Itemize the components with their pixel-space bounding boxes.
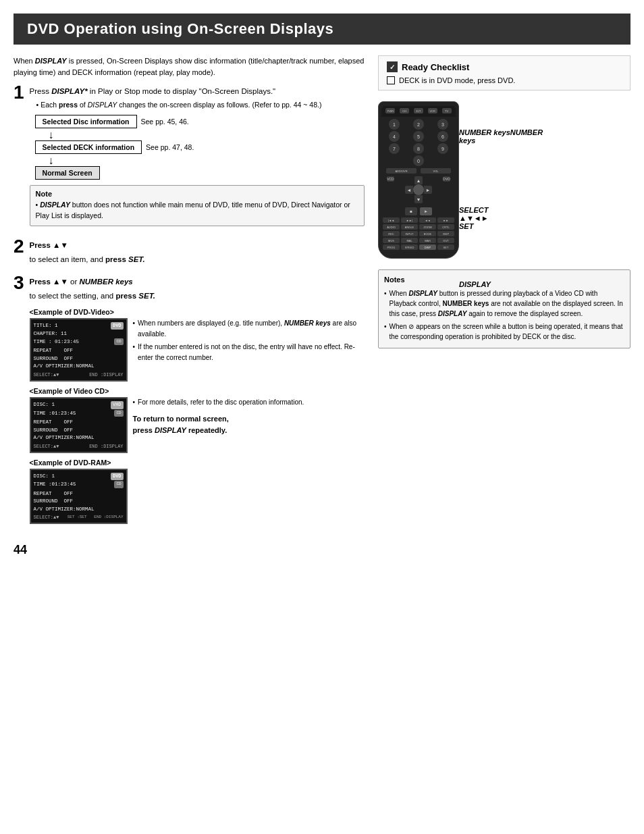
remote-wrapper: PWR CH EJT VCR TV 1 2 3 4 5 bbox=[378, 101, 540, 259]
note-more-details: • For more details, refer to the disc op… bbox=[133, 397, 304, 408]
dvd-badge: DVD bbox=[111, 322, 124, 330]
step-number-2: 2 bbox=[14, 237, 24, 256]
num-9[interactable]: 9 bbox=[437, 143, 448, 154]
num-5[interactable]: 5 bbox=[413, 131, 424, 142]
power-button[interactable]: PWR bbox=[385, 108, 395, 113]
screen-title-row: TITLE: 1 bbox=[34, 322, 58, 330]
step-2: 2 Press ▲▼ to select an item, and press … bbox=[14, 240, 365, 269]
rew[interactable]: ◄◄ bbox=[419, 217, 436, 223]
vcr-tv-button[interactable]: VCR bbox=[428, 108, 437, 113]
skip-fwd[interactable]: ►►| bbox=[401, 217, 418, 223]
num-8[interactable]: 8 bbox=[413, 143, 424, 154]
nav-left[interactable]: ◄ bbox=[405, 186, 413, 194]
page-number: 44 bbox=[14, 543, 365, 557]
num-0[interactable]: 0 bbox=[413, 155, 424, 166]
screen-time-row: TIME : 01:23:45 CD bbox=[34, 338, 124, 346]
remote-top-row: PWR CH EJT VCR TV bbox=[383, 108, 454, 113]
flow-row-2: Selected DECK information See pp. 47, 48… bbox=[35, 140, 365, 154]
num-2[interactable]: 2 bbox=[413, 119, 424, 130]
skip-back[interactable]: |◄◄ bbox=[383, 217, 400, 223]
example-dvd-video-label: <Example of DVD-Video> bbox=[30, 308, 365, 316]
play-button[interactable]: ► bbox=[420, 207, 432, 215]
eject-button[interactable]: EJT bbox=[414, 108, 423, 113]
select-label: SELECT▲▼◄►SET bbox=[459, 206, 489, 230]
out-btn[interactable]: OUT bbox=[437, 238, 454, 243]
num-4[interactable]: 4 bbox=[389, 131, 400, 142]
ffw[interactable]: ►► bbox=[437, 217, 454, 223]
prog-btn[interactable]: PROG bbox=[383, 244, 400, 250]
dvd-badge-2: DVD bbox=[111, 473, 124, 481]
nav-down[interactable]: ▼ bbox=[414, 195, 423, 203]
num-7[interactable]: 7 bbox=[389, 143, 400, 154]
dvd-video-screen-container: TITLE: 1 DVD CHAPTER: 11 TIME : 01:23:45… bbox=[30, 318, 365, 382]
down-arrow-2: ↓ bbox=[49, 155, 365, 166]
checkmark-icon: ✓ bbox=[387, 61, 398, 72]
screen-footer-dvd: SELECT:▲▼END :DISPLAY bbox=[34, 372, 124, 377]
stop-button[interactable]: ■ bbox=[405, 207, 417, 215]
note-numbers: • When numbers are displayed (e.g. title… bbox=[133, 318, 365, 340]
notes-bottom-title: Notes bbox=[384, 274, 624, 286]
remote-top: PWR CH EJT VCR TV bbox=[381, 106, 456, 117]
step-3-content: Press ▲▼ or NUMBER keys to select the se… bbox=[30, 276, 365, 529]
disp-btn[interactable]: DISP bbox=[419, 244, 436, 250]
zoom-btn[interactable]: ZOOM bbox=[419, 224, 436, 230]
skip-btn[interactable]: SKIP bbox=[437, 231, 454, 236]
page-title-bar: DVD Operation using On-Screen Displays bbox=[14, 14, 630, 45]
vcd-button[interactable]: VCD bbox=[387, 176, 394, 182]
speed-btn[interactable]: SPEED bbox=[401, 244, 418, 250]
step-1: 1 Press DISPLAY* in Play or Stop mode to… bbox=[14, 86, 365, 232]
flow-diagram: Selected Disc information See pp. 45, 46… bbox=[35, 115, 365, 180]
dvd-video-screen: TITLE: 1 DVD CHAPTER: 11 TIME : 01:23:45… bbox=[30, 318, 128, 382]
transport: ■ ► bbox=[381, 207, 456, 215]
notes-box-bottom: Notes • When DISPLAY button is pressed d… bbox=[378, 269, 630, 348]
step-2-content: Press ▲▼ to select an item, and press SE… bbox=[30, 240, 365, 269]
mus-btn[interactable]: MUS bbox=[383, 238, 400, 243]
ch-disc-button[interactable]: CH bbox=[400, 108, 409, 113]
num-6[interactable]: 6 bbox=[437, 131, 448, 142]
audio-btn[interactable]: AUDIO bbox=[383, 224, 400, 230]
vol-button[interactable]: VOL bbox=[421, 168, 452, 174]
video-cd-screen: DISC: 1 VHD TIME :01:23:45 CD REPEAT OFF… bbox=[30, 397, 128, 453]
step-1-sub: • Each press of DISPLAY changes the on-s… bbox=[36, 100, 365, 111]
nav-right[interactable]: ► bbox=[424, 186, 432, 194]
notes-bottom-2: • When ⊘ appears on the screen while a b… bbox=[384, 321, 624, 342]
screen-chapter-row: CHAPTER: 11 bbox=[34, 330, 124, 338]
step-3: 3 Press ▲▼ or NUMBER keys to select the … bbox=[14, 276, 365, 529]
step-number-1: 1 bbox=[14, 83, 24, 102]
mal-btn[interactable]: MAL bbox=[401, 238, 418, 243]
ready-checklist-title: ✓ Ready Checklist bbox=[387, 61, 622, 72]
step-number-3: 3 bbox=[14, 273, 24, 292]
input-btn[interactable]: INPUT bbox=[401, 231, 418, 236]
note-1: Note • DISPLAY button does not function … bbox=[30, 185, 365, 226]
vcd-disc-row: DISC: 1 VHD bbox=[34, 401, 124, 409]
example-dvd-ram-label: <Example of DVD-RAM> bbox=[30, 459, 365, 467]
add-ovr-button[interactable]: ADD/OVR bbox=[386, 168, 417, 174]
rec-btn[interactable]: REC bbox=[383, 231, 400, 236]
dvd-ram-screen: DISC: 1 DVD TIME :01:23:45 CD REPEAT OFF… bbox=[30, 469, 128, 525]
step-1-content: Press DISPLAY* in Play or Stop mode to d… bbox=[30, 86, 365, 232]
dvd-button[interactable]: DVD bbox=[443, 176, 450, 182]
book-btn[interactable]: BOOK bbox=[419, 231, 436, 236]
ready-checklist: ✓ Ready Checklist DECK is in DVD mode, p… bbox=[378, 55, 630, 90]
screen-footer-vcd: SELECT:▲▼END :DISPLAY bbox=[34, 444, 124, 449]
ctrl-btn[interactable]: CRTL bbox=[437, 224, 454, 230]
vcd-time-row: TIME :01:23:45 CD bbox=[34, 410, 124, 417]
num-1[interactable]: 1 bbox=[389, 119, 400, 130]
nav-up[interactable]: ▲ bbox=[414, 176, 423, 184]
cd-badge: CD bbox=[114, 338, 123, 346]
cd-badge-3: CD bbox=[114, 481, 123, 488]
nav-cross: ▲ ▼ ◄ ► bbox=[405, 176, 432, 203]
extra-btns-3: REC INPUT BOOK SKIP bbox=[381, 231, 456, 236]
num-3[interactable]: 3 bbox=[437, 119, 448, 130]
set-btn[interactable]: SET bbox=[437, 244, 454, 250]
tv-button[interactable]: TV bbox=[442, 108, 452, 113]
note-1-text: • DISPLAY button does not function while… bbox=[36, 200, 358, 221]
screen-repeat-row: REPEAT OFF bbox=[34, 347, 124, 355]
notes-bottom-text-2: When ⊘ appears on the screen while a but… bbox=[390, 321, 624, 342]
step-1-title: Press DISPLAY* in Play or Stop mode to d… bbox=[30, 86, 365, 97]
note-1-title: Note bbox=[36, 190, 358, 198]
number-keys-label: NUMBER keysNUMBERkeys bbox=[459, 128, 543, 145]
angle-btn[interactable]: ANGLE bbox=[401, 224, 418, 230]
ma-btn[interactable]: MAS bbox=[419, 238, 436, 243]
step-3-title: Press ▲▼ or NUMBER keys bbox=[30, 276, 365, 288]
